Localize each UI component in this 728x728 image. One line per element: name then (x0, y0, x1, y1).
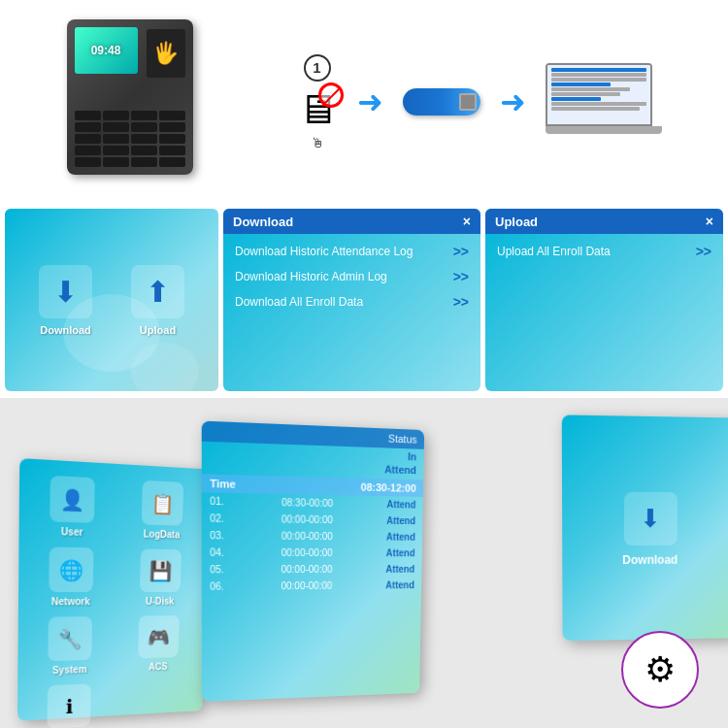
download-menu-header: Download × (223, 209, 480, 234)
entry-time-6: 00:00-00:00 (281, 580, 332, 591)
download-icon: ⬇ (53, 275, 78, 309)
entry-time-3: 00:00-00:00 (281, 531, 333, 542)
network-label: Network (51, 596, 90, 607)
menu-acs-item[interactable]: 🎮 ACS (119, 615, 197, 674)
entry-num-3: 03. (210, 530, 224, 541)
download-side-icon: ⬇ (623, 491, 677, 545)
bottom-section: 👤 User 📋 LogData 🌐 Network 💾 U-Disk 🔧 Sy… (0, 398, 728, 728)
user-icon: 👤 (50, 476, 95, 523)
log-entry-4: 04. 00:00-00:00 Attend (202, 544, 422, 561)
network-icon: 🌐 (49, 546, 93, 592)
upload-enroll-label: Upload All Enroll Data (497, 245, 611, 258)
step-number: 1 (304, 54, 331, 82)
gear-icon: ⚙ (645, 649, 676, 690)
download-menu-items: Download Historic Attendance Log >> Down… (223, 234, 480, 319)
entry-status-5: Attend (385, 564, 414, 575)
device-time: 09:48 (91, 44, 121, 57)
entry-num-2: 02. (210, 513, 224, 524)
upload-icon: ⬆ (146, 275, 170, 309)
menu-about-item[interactable]: ℹ About (27, 683, 110, 728)
chevron-right-icon-4: >> (696, 244, 711, 259)
entry-status-4: Attend (386, 547, 415, 558)
gear-icon-circle: ⚙ (621, 631, 699, 709)
entry-time-4: 00:00-00:00 (281, 547, 333, 558)
entry-time-1: 08:30-00:00 (281, 497, 333, 509)
arrow-1: ➜ (357, 83, 383, 120)
upload-label: Upload (140, 324, 176, 336)
laptop-icon (546, 63, 662, 141)
menu-logdata-item[interactable]: 📋 LogData (122, 480, 201, 541)
download-side-label: Download (622, 552, 678, 566)
chevron-right-icon-2: >> (453, 269, 469, 284)
gear-container[interactable]: ⚙ (621, 631, 699, 709)
upload-menu-header: Upload × (485, 209, 723, 234)
download-enroll-item[interactable]: Download All Enroll Data >> (231, 292, 473, 312)
status-label: Status (388, 433, 417, 446)
middle-section: ⬇ Download ⬆ Upload Download × Download … (0, 204, 728, 398)
entry-status-6: Attend (385, 579, 414, 590)
menu-network-item[interactable]: 🌐 Network (28, 546, 113, 607)
acs-label: ACS (149, 661, 168, 672)
entry-status-3: Attend (386, 532, 415, 543)
logdata-label: LogData (144, 528, 181, 540)
in-label: In (408, 450, 416, 462)
download-label: Download (40, 324, 91, 336)
upload-menu-panel: Upload × Upload All Enroll Data >> (485, 209, 723, 391)
download-icon-item[interactable]: ⬇ Download (39, 265, 92, 336)
fingerprint-device: 09:48 🖐 (67, 19, 222, 184)
download-side-icon-symbol: ⬇ (640, 503, 661, 533)
acs-icon: 🎮 (138, 615, 180, 658)
chevron-right-icon-3: >> (453, 294, 469, 310)
upload-enroll-item[interactable]: Upload All Enroll Data >> (493, 242, 715, 261)
usb-drive (403, 88, 480, 116)
arrow-2: ➜ (500, 83, 526, 120)
no-computer-icon: 🖥 🖱 (297, 86, 338, 150)
log-entry-6: 06. 00:00-00:00 Attend (202, 577, 421, 594)
upload-close-button[interactable]: × (706, 214, 713, 229)
logdata-icon: 📋 (142, 480, 184, 526)
log-entry-3: 03. 00:00-00:00 Attend (202, 527, 422, 546)
system-icon: 🔧 (48, 616, 92, 661)
transfer-diagram: 1 🖥 🖱 ➜ ➜ (297, 54, 662, 150)
download-attendance-label: Download Historic Attendance Log (235, 245, 413, 258)
download-side-panel: ⬇ Download (562, 414, 728, 641)
system-label: System (52, 664, 87, 676)
entry-status-1: Attend (386, 499, 415, 510)
upload-menu-items: Upload All Enroll Data >> (485, 234, 723, 269)
chevron-right-icon: >> (453, 244, 469, 259)
download-menu-title: Download (233, 215, 293, 229)
attendance-log-panel: Status In Attend Time 08:30-12:00 01. 08… (202, 421, 424, 702)
udisk-label: U-Disk (146, 596, 175, 607)
menu-user-item[interactable]: 👤 User (29, 475, 115, 539)
time-range: 08:30-12:00 (361, 481, 416, 494)
menu-udisk-item[interactable]: 💾 U-Disk (120, 548, 199, 607)
log-entry-5: 05. 00:00-00:00 Attend (202, 561, 422, 579)
icons-panel: ⬇ Download ⬆ Upload (5, 209, 218, 391)
udisk-icon: 💾 (140, 548, 182, 592)
about-icon: ℹ (47, 683, 90, 728)
entry-num-4: 04. (210, 546, 224, 557)
entry-time-5: 00:00-00:00 (281, 564, 333, 575)
menu-system-item[interactable]: 🔧 System (28, 616, 112, 677)
user-label: User (61, 526, 83, 538)
entry-num-5: 05. (210, 564, 224, 575)
upload-icon-item[interactable]: ⬆ Upload (131, 265, 184, 336)
entry-status-2: Attend (386, 515, 415, 526)
device-menu-panel: 👤 User 📋 LogData 🌐 Network 💾 U-Disk 🔧 Sy… (17, 458, 211, 721)
entry-num-6: 06. (210, 580, 224, 591)
download-attendance-item[interactable]: Download Historic Attendance Log >> (231, 242, 473, 261)
download-menu-panel: Download × Download Historic Attendance … (223, 209, 480, 391)
upload-menu-title: Upload (495, 215, 538, 229)
entry-time-2: 00:00-00:00 (281, 513, 333, 525)
attend-label: Attend (384, 463, 416, 476)
top-section: 09:48 🖐 1 🖥 (0, 0, 728, 204)
download-admin-label: Download Historic Admin Log (235, 270, 387, 283)
entry-num-1: 01. (210, 496, 224, 508)
download-enroll-label: Download All Enroll Data (235, 295, 363, 309)
download-admin-item[interactable]: Download Historic Admin Log >> (231, 267, 473, 286)
download-close-button[interactable]: × (463, 214, 471, 229)
